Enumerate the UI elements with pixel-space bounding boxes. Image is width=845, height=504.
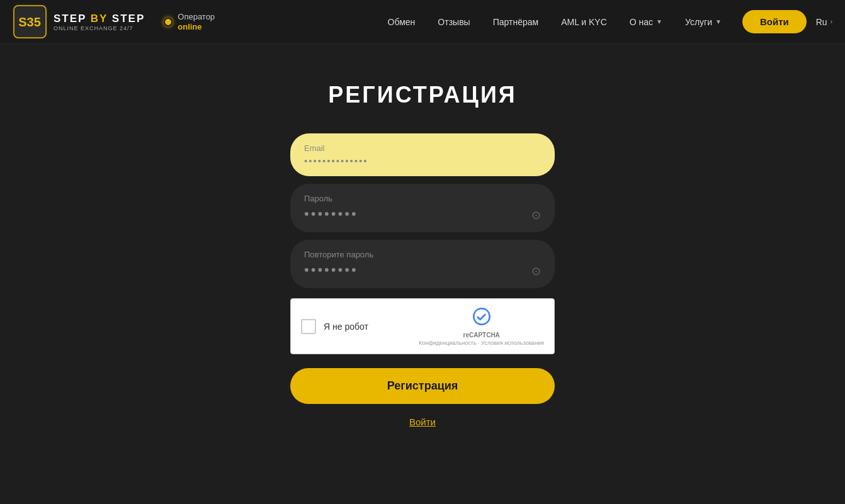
registration-form: Email •••••••••••••• Пароль •••••••• ⊙ П…: [290, 133, 555, 404]
page-title: РЕГИСТРАЦИЯ: [328, 82, 516, 108]
eye-icon[interactable]: ⊙: [531, 264, 541, 278]
logo-text: STEP BY STEP ONLINE EXCHANGE 24/7: [54, 13, 145, 31]
operator-online-status: online: [178, 22, 215, 32]
password-field[interactable]: Пароль •••••••• ⊙: [290, 184, 555, 232]
password-label: Пароль: [304, 194, 541, 203]
recaptcha-right: reCAPTCHA Конфиденциальность · Условия и…: [419, 306, 544, 346]
svg-text:S35: S35: [18, 15, 41, 29]
nav-about[interactable]: О нас ▼: [618, 11, 674, 33]
nav-aml[interactable]: AML и KYC: [550, 11, 618, 33]
email-label: Email: [304, 143, 541, 153]
recaptcha-brand: reCAPTCHA: [463, 332, 499, 339]
recaptcha-links: Конфиденциальность · Условия использован…: [419, 340, 544, 346]
logo-icon: S35: [13, 4, 47, 39]
register-button[interactable]: Регистрация: [290, 368, 555, 404]
recaptcha-logo-icon: [472, 306, 492, 330]
eye-icon[interactable]: ⊙: [531, 208, 541, 222]
operator-online-dot: [164, 18, 173, 26]
chevron-down-icon: ▼: [715, 18, 722, 25]
logo-subtitle: ONLINE EXCHANGE 24/7: [54, 25, 145, 31]
operator-status-area: Оператор online: [164, 12, 215, 31]
nav-exchange[interactable]: Обмен: [377, 11, 427, 33]
chevron-right-icon: ›: [831, 18, 832, 25]
nav-reviews[interactable]: Отзывы: [426, 11, 481, 33]
confirm-password-field[interactable]: Повторите пароль •••••••• ⊙: [290, 240, 555, 288]
confirm-label: Повторите пароль: [304, 250, 541, 259]
login-button[interactable]: Войти: [742, 10, 807, 33]
recaptcha-widget[interactable]: Я не робот reCAPTCHA Конфиденциальность …: [290, 298, 555, 354]
email-value: ••••••••••••••: [304, 155, 541, 166]
operator-text: Оператор online: [178, 12, 215, 31]
nav-partners[interactable]: Партнёрам: [482, 11, 550, 33]
password-dots: ••••••••: [304, 206, 541, 222]
signin-link[interactable]: Войти: [409, 417, 436, 427]
logo[interactable]: S35 STEP BY STEP ONLINE EXCHANGE 24/7: [13, 4, 145, 39]
nav-services[interactable]: Услуги ▼: [674, 11, 733, 33]
main-nav: Обмен Отзывы Партнёрам AML и KYC О нас ▼…: [377, 11, 733, 33]
chevron-down-icon: ▼: [656, 18, 662, 25]
operator-label: Оператор: [178, 12, 215, 22]
email-field[interactable]: Email ••••••••••••••: [290, 133, 555, 176]
language-label: Ru: [816, 17, 827, 27]
recaptcha-checkbox[interactable]: [301, 319, 316, 334]
logo-title: STEP BY STEP: [54, 13, 145, 25]
recaptcha-label: Я не робот: [324, 322, 368, 332]
confirm-dots: ••••••••: [304, 262, 541, 278]
recaptcha-left: Я не робот: [301, 319, 368, 334]
language-selector[interactable]: Ru ›: [816, 17, 832, 27]
